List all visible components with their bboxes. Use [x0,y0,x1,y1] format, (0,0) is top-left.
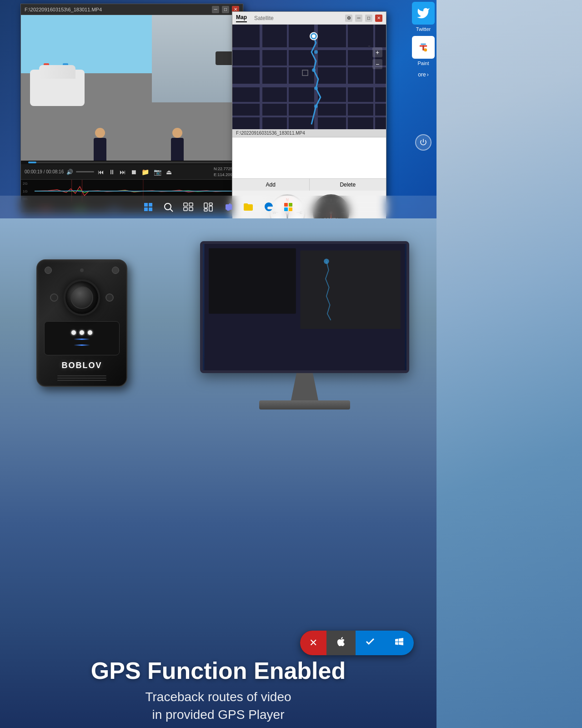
map-tab[interactable]: Map [236,14,247,22]
body-camera: BOBLOV [36,259,127,387]
apple-icon [336,636,346,650]
satellite-tab[interactable]: Satellite [254,15,274,21]
gps-window-controls: ⚙ ─ □ ✕ [345,15,382,22]
skip-back-button[interactable]: ⏮ [97,167,105,177]
fullscreen-button[interactable]: ⏏ [165,167,173,177]
power-button[interactable] [415,134,431,151]
sub-headline-line1: Traceback routes of video [145,690,291,704]
camera-led-2 [80,330,84,335]
windows-taskbar [0,196,436,218]
camera-top-left-button[interactable] [45,267,52,274]
video-titlebar: F:\2022091603153\6_183011.MP4 ─ □ ✕ [21,4,243,15]
time-display: 00:00:19 / 00:08:16 [25,169,64,174]
more-apps-button[interactable]: ore › [418,71,428,78]
paint-icon[interactable] [412,36,435,59]
camera-light [80,268,84,272]
os-selector-badge: ✕ [300,631,414,655]
svg-rect-41 [300,250,400,329]
stop-button[interactable]: ⏹ [130,167,138,177]
camera-grip [57,374,106,382]
svg-point-9 [314,50,318,54]
monitor-display [203,244,406,370]
svg-rect-51 [209,203,212,205]
map-area[interactable]: + − + − [232,25,386,129]
officer-2 [171,128,184,161]
taskbar-windows-start[interactable] [140,199,156,215]
gps-minimize-button[interactable]: ─ [355,15,362,22]
video-scene [21,15,243,161]
svg-rect-49 [204,203,207,208]
volume-bar[interactable] [76,171,94,172]
grip-line-1 [57,375,106,376]
folder-button[interactable]: 📁 [140,167,150,177]
video-content [21,15,243,161]
progress-fill [28,162,36,163]
camera-top-section [37,260,126,278]
car-lights [44,63,68,67]
map-zoom-out-button[interactable]: − [372,59,382,69]
taskbar-teams[interactable] [220,199,236,215]
svg-rect-50 [209,206,212,211]
grip-line-3 [57,380,106,381]
svg-rect-45 [184,203,187,206]
gps-close-button[interactable]: ✕ [375,15,382,22]
svg-rect-54 [289,203,292,207]
main-headline: GPS Function Enabled [9,658,427,684]
gps-route-svg: + − [232,25,386,129]
map-zoom-in-button[interactable]: + [372,47,382,57]
add-button[interactable]: Add [232,179,310,191]
camera-left-button[interactable] [50,293,58,302]
camera-bottom-section: BOBLOV [37,357,126,386]
svg-rect-55 [284,207,288,211]
gps-window: Map Satellite ⚙ ─ □ ✕ [232,11,386,216]
windows-icon [394,636,405,650]
svg-rect-40 [209,248,296,314]
taskbar-task-view[interactable] [180,199,196,215]
close-icon: ✕ [309,637,317,649]
close-os-button[interactable]: ✕ [300,631,326,655]
sub-headline: Traceback routes of video in provided GP… [9,688,427,723]
delete-button[interactable]: Delete [310,179,386,191]
camera-lens-section [37,278,126,319]
camera-top-right-button[interactable] [112,267,119,274]
monitor-stand-base [259,400,350,410]
filename-bar: F:\20220916031536_183011.MP4 [232,129,386,137]
skip-forward-button[interactable]: ⏭ [119,167,127,177]
gps-maximize-button[interactable]: □ [365,15,372,22]
minimize-button[interactable]: ─ [212,6,219,13]
taskbar-widgets[interactable] [200,199,216,215]
police-car [30,70,85,106]
camera-right-button[interactable] [105,293,114,302]
camera-blue-strip [74,339,90,340]
svg-rect-46 [189,203,193,206]
taskbar-file-explorer[interactable] [240,199,256,215]
camera-led-row [71,330,92,335]
apple-os-button[interactable] [326,631,356,655]
taskbar-store[interactable] [280,199,296,215]
play-pause-button[interactable]: ⏸ [108,167,116,177]
monitor-stand-neck [291,373,318,400]
confirm-button[interactable] [356,631,385,655]
twitter-label: Twitter [416,26,431,32]
gps-settings-button[interactable]: ⚙ [345,15,352,22]
officer-body-2 [171,138,184,161]
gps-action-bar: Add Delete [232,178,386,191]
windows-os-button[interactable] [385,631,414,655]
twitter-icon[interactable] [412,2,435,25]
desktop-area: Twitter Paint ore › F:\2022091603153\6_1… [0,0,436,218]
taskbar-edge[interactable] [260,199,276,215]
svg-rect-52 [204,209,207,211]
svg-rect-3 [421,44,426,45]
gps-text-area [232,137,386,178]
desktop-taskbar-icons: Twitter Paint ore › [410,0,436,152]
camera-lens-inner [70,286,93,309]
taskbar-search[interactable] [160,199,176,215]
volume-icon: 🔊 [66,169,73,175]
camera-screen [44,321,120,355]
maximize-button[interactable]: □ [222,6,229,13]
paint-label: Paint [417,61,429,66]
svg-line-44 [171,209,173,212]
screenshot-button[interactable]: 📷 [153,167,162,177]
progress-bar[interactable] [28,162,236,163]
video-player-window: F:\2022091603153\6_183011.MP4 ─ □ ✕ [20,4,243,213]
